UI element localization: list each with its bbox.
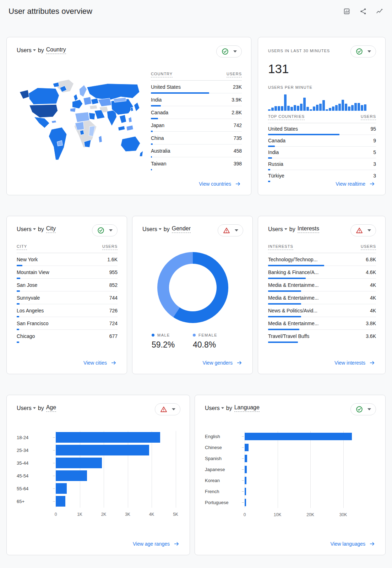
users-metric-dropdown[interactable]: Users xyxy=(17,47,36,54)
row-label: Travel/Travel Buffs xyxy=(268,333,309,339)
column-header[interactable]: USERS xyxy=(361,244,376,250)
bar xyxy=(245,455,247,462)
category-label: Chinese xyxy=(205,445,222,450)
table-row: San Francisco724 xyxy=(17,317,118,330)
spark-bar xyxy=(306,107,309,111)
users-metric-dropdown[interactable]: Users xyxy=(205,405,224,411)
edit-report-icon[interactable] xyxy=(343,7,351,15)
row-label: Technology/Technop... xyxy=(268,257,317,262)
spark-bar xyxy=(313,106,315,111)
users-per-minute-chart xyxy=(268,94,376,111)
view-countries-link[interactable]: View countries xyxy=(199,181,241,187)
table-header: TOP COUNTRIES USERS xyxy=(268,114,376,123)
column-header[interactable]: INTERESTS xyxy=(268,244,293,250)
row-label: San Jose xyxy=(17,282,37,288)
column-header[interactable]: USERS xyxy=(227,72,242,77)
axis-tick xyxy=(242,469,244,470)
view-genders-link[interactable]: View genders xyxy=(202,360,243,366)
chart-status-dropdown[interactable] xyxy=(216,45,242,58)
row-label: Banking & Finance/A... xyxy=(268,269,318,275)
row-label: Mountain View xyxy=(17,269,49,275)
insights-icon[interactable] xyxy=(376,7,383,15)
x-tick-label: 4K xyxy=(149,512,154,517)
chart-status-dropdown[interactable] xyxy=(350,403,376,415)
bar xyxy=(245,488,246,495)
bar xyxy=(56,470,87,481)
arrow-right-icon xyxy=(369,541,375,547)
card-title: Users by Age xyxy=(17,404,56,412)
card-users-by-age: Users by Age 18-2425-3435-4445-5455-6465… xyxy=(6,395,190,555)
x-tick-label: 3K xyxy=(125,512,130,517)
bar xyxy=(245,466,247,473)
view-cities-link[interactable]: View cities xyxy=(83,360,117,366)
category-label: 25-34 xyxy=(17,448,28,453)
row-label: Los Angeles xyxy=(17,308,44,313)
axis-tick xyxy=(53,437,55,438)
spark-bar xyxy=(345,104,347,111)
bar xyxy=(245,444,249,451)
spark-bar xyxy=(294,105,296,111)
chart-status-dropdown[interactable] xyxy=(350,224,376,236)
x-tick-label: 0 xyxy=(244,512,246,517)
x-tick-label: 10K xyxy=(274,512,281,517)
view-interests-link[interactable]: View interests xyxy=(334,360,375,366)
card-users-by-language: Users by Language EnglishChineseSpanishJ… xyxy=(195,395,386,555)
spark-bar xyxy=(332,106,334,111)
spark-bar xyxy=(348,106,350,111)
column-header[interactable]: COUNTRY xyxy=(151,72,173,77)
row-value: 3.9K xyxy=(232,97,242,103)
interests-table: INTERESTS USERS Technology/Technop...6.8… xyxy=(268,244,376,343)
view-realtime-link[interactable]: View realtime xyxy=(336,181,375,187)
dimension-link-age[interactable]: Age xyxy=(46,404,56,412)
table-row: Technology/Technop...6.8K xyxy=(268,253,376,266)
chevron-down-icon xyxy=(109,229,113,231)
app-bar-actions xyxy=(343,7,383,15)
row-label: China xyxy=(151,135,164,141)
status-icon xyxy=(221,48,229,55)
x-tick-label: 20K xyxy=(306,512,314,517)
column-header[interactable]: USERS xyxy=(361,114,376,120)
axis-tick xyxy=(242,436,244,437)
dimension-link-gender[interactable]: Gender xyxy=(172,225,191,233)
spark-bar xyxy=(303,98,306,111)
view-languages-link[interactable]: View languages xyxy=(330,541,375,547)
row-value: 458 xyxy=(234,148,242,154)
row-bar xyxy=(151,169,152,170)
category-label: Portuguese xyxy=(205,500,229,505)
arrow-right-icon xyxy=(110,360,117,366)
user-attributes-overview-page: User attributes overview Users by Count xyxy=(0,0,392,568)
bar-row: Chinese xyxy=(245,442,376,453)
table-header: CITY USERS xyxy=(17,244,118,253)
card-users-by-country: Users by Country xyxy=(6,37,251,195)
dimension-link-language[interactable]: Language xyxy=(234,404,260,412)
share-icon[interactable] xyxy=(359,7,367,15)
realtime-label: USERS IN LAST 30 MINUTES xyxy=(268,49,330,53)
view-age-ranges-link[interactable]: View age ranges xyxy=(133,541,180,547)
dimension-link-city[interactable]: City xyxy=(46,225,56,233)
users-metric-dropdown[interactable]: Users xyxy=(268,226,287,233)
column-header[interactable]: USERS xyxy=(102,244,118,250)
chart-status-dropdown[interactable] xyxy=(155,403,180,415)
app-bar: User attributes overview xyxy=(0,0,392,23)
status-icon xyxy=(97,226,105,234)
users-metric-dropdown[interactable]: Users xyxy=(17,226,36,233)
row-bar xyxy=(268,181,270,182)
column-header[interactable]: TOP COUNTRIES xyxy=(268,114,305,120)
chart-status-dropdown[interactable] xyxy=(92,224,118,236)
users-metric-dropdown[interactable]: Users xyxy=(17,405,36,411)
dimension-link-interests[interactable]: Interests xyxy=(298,225,319,233)
table-row: Russia3 xyxy=(268,158,376,170)
category-label: Korean xyxy=(205,478,220,483)
spark-bar xyxy=(335,105,338,111)
row-value: 3.6K xyxy=(366,333,376,339)
chart-status-dropdown[interactable] xyxy=(218,224,243,236)
bar-row: 65+ xyxy=(56,495,180,508)
dimension-link-country[interactable]: Country xyxy=(46,47,66,54)
bar xyxy=(245,499,246,506)
row-label: Canada xyxy=(268,138,285,143)
chart-status-dropdown[interactable] xyxy=(350,45,376,58)
column-header[interactable]: CITY xyxy=(17,244,27,250)
users-metric-dropdown[interactable]: Users xyxy=(142,226,162,233)
x-axis: 01K2K3K4K5K xyxy=(56,512,180,518)
gender-donut-chart xyxy=(157,252,228,323)
